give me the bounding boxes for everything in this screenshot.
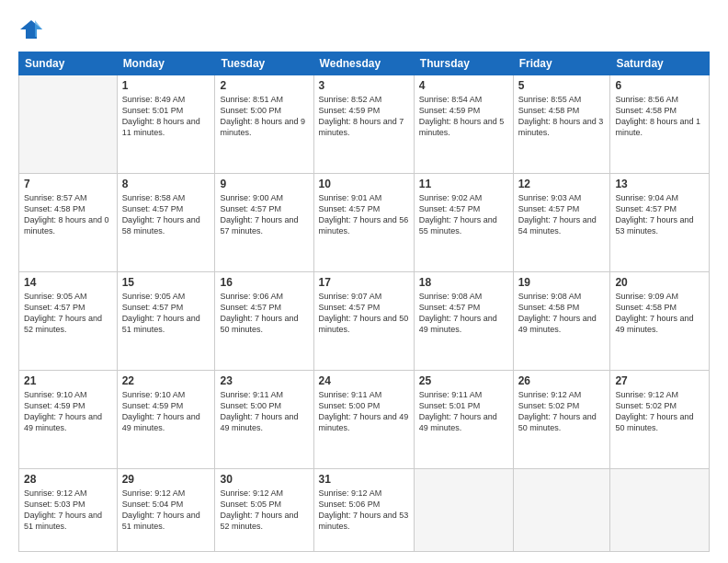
day-number: 15 — [122, 276, 210, 289]
day-number: 31 — [319, 473, 409, 486]
day-number: 10 — [319, 178, 409, 190]
calendar-cell: 24Sunrise: 9:11 AM Sunset: 5:00 PM Dayli… — [313, 371, 414, 469]
calendar-cell: 13Sunrise: 9:04 AM Sunset: 4:57 PM Dayli… — [610, 174, 710, 272]
day-info: Sunrise: 9:12 AM Sunset: 5:04 PM Dayligh… — [122, 488, 210, 533]
day-info: Sunrise: 8:51 AM Sunset: 5:00 PM Dayligh… — [220, 94, 308, 139]
calendar-cell — [414, 469, 513, 552]
day-info: Sunrise: 9:10 AM Sunset: 4:59 PM Dayligh… — [24, 389, 112, 434]
day-info: Sunrise: 9:12 AM Sunset: 5:02 PM Dayligh… — [615, 389, 704, 434]
day-info: Sunrise: 9:05 AM Sunset: 4:57 PM Dayligh… — [24, 291, 112, 336]
day-info: Sunrise: 9:12 AM Sunset: 5:03 PM Dayligh… — [24, 488, 112, 533]
day-of-week-header: Tuesday — [215, 52, 313, 75]
svg-marker-1 — [35, 20, 42, 37]
day-number: 26 — [518, 374, 606, 387]
day-of-week-header: Wednesday — [313, 52, 414, 75]
day-number: 28 — [24, 473, 112, 486]
week-row: 7Sunrise: 8:57 AM Sunset: 4:58 PM Daylig… — [19, 174, 710, 272]
week-row: 14Sunrise: 9:05 AM Sunset: 4:57 PM Dayli… — [19, 272, 710, 371]
day-number: 11 — [419, 178, 508, 190]
day-number: 13 — [615, 178, 704, 190]
day-number: 20 — [615, 276, 704, 289]
day-number: 14 — [24, 276, 112, 289]
day-of-week-header: Saturday — [610, 52, 710, 75]
day-info: Sunrise: 9:12 AM Sunset: 5:02 PM Dayligh… — [518, 389, 606, 434]
week-row: 28Sunrise: 9:12 AM Sunset: 5:03 PM Dayli… — [19, 469, 710, 552]
day-info: Sunrise: 8:54 AM Sunset: 4:59 PM Dayligh… — [419, 94, 508, 139]
day-number: 21 — [24, 374, 112, 387]
calendar-table: SundayMondayTuesdayWednesdayThursdayFrid… — [18, 52, 710, 552]
day-of-week-header: Sunday — [19, 52, 118, 75]
day-info: Sunrise: 9:11 AM Sunset: 5:01 PM Dayligh… — [419, 389, 508, 434]
day-info: Sunrise: 8:56 AM Sunset: 4:58 PM Dayligh… — [615, 94, 704, 139]
calendar-cell: 22Sunrise: 9:10 AM Sunset: 4:59 PM Dayli… — [117, 371, 215, 469]
day-of-week-header: Friday — [513, 52, 610, 75]
calendar-cell: 11Sunrise: 9:02 AM Sunset: 4:57 PM Dayli… — [414, 174, 513, 272]
day-number: 16 — [220, 276, 308, 289]
day-number: 19 — [518, 276, 606, 289]
day-info: Sunrise: 9:09 AM Sunset: 4:58 PM Dayligh… — [615, 291, 704, 336]
day-number: 8 — [122, 178, 210, 190]
day-number: 18 — [419, 276, 508, 289]
day-number: 1 — [122, 79, 210, 92]
calendar-cell: 18Sunrise: 9:08 AM Sunset: 4:57 PM Dayli… — [414, 272, 513, 371]
calendar-cell: 5Sunrise: 8:55 AM Sunset: 4:58 PM Daylig… — [513, 75, 610, 174]
calendar-cell: 8Sunrise: 8:58 AM Sunset: 4:57 PM Daylig… — [117, 174, 215, 272]
day-info: Sunrise: 9:08 AM Sunset: 4:58 PM Dayligh… — [518, 291, 606, 336]
day-info: Sunrise: 9:01 AM Sunset: 4:57 PM Dayligh… — [319, 192, 409, 237]
day-info: Sunrise: 9:02 AM Sunset: 4:57 PM Dayligh… — [419, 192, 508, 237]
day-info: Sunrise: 8:52 AM Sunset: 4:59 PM Dayligh… — [319, 94, 409, 139]
day-number: 5 — [518, 79, 606, 92]
calendar-cell: 17Sunrise: 9:07 AM Sunset: 4:57 PM Dayli… — [313, 272, 414, 371]
calendar-cell: 27Sunrise: 9:12 AM Sunset: 5:02 PM Dayli… — [610, 371, 710, 469]
day-number: 25 — [419, 374, 508, 387]
day-info: Sunrise: 9:04 AM Sunset: 4:57 PM Dayligh… — [615, 192, 704, 237]
day-number: 23 — [220, 374, 308, 387]
calendar-cell: 1Sunrise: 8:49 AM Sunset: 5:01 PM Daylig… — [117, 75, 215, 174]
calendar-cell: 7Sunrise: 8:57 AM Sunset: 4:58 PM Daylig… — [19, 174, 118, 272]
day-number: 12 — [518, 178, 606, 190]
header — [18, 17, 710, 42]
day-number: 4 — [419, 79, 508, 92]
calendar-cell: 26Sunrise: 9:12 AM Sunset: 5:02 PM Dayli… — [513, 371, 610, 469]
calendar-cell — [513, 469, 610, 552]
day-number: 9 — [220, 178, 308, 190]
calendar-cell: 4Sunrise: 8:54 AM Sunset: 4:59 PM Daylig… — [414, 75, 513, 174]
calendar-cell: 9Sunrise: 9:00 AM Sunset: 4:57 PM Daylig… — [215, 174, 313, 272]
day-number: 27 — [615, 374, 704, 387]
day-info: Sunrise: 9:07 AM Sunset: 4:57 PM Dayligh… — [319, 291, 409, 336]
calendar-cell: 14Sunrise: 9:05 AM Sunset: 4:57 PM Dayli… — [19, 272, 118, 371]
day-of-week-header: Thursday — [414, 52, 513, 75]
logo — [18, 17, 48, 42]
day-info: Sunrise: 9:03 AM Sunset: 4:57 PM Dayligh… — [518, 192, 606, 237]
day-number: 17 — [319, 276, 409, 289]
calendar-cell: 6Sunrise: 8:56 AM Sunset: 4:58 PM Daylig… — [610, 75, 710, 174]
day-info: Sunrise: 9:11 AM Sunset: 5:00 PM Dayligh… — [319, 389, 409, 434]
day-number: 7 — [24, 178, 112, 190]
header-row: SundayMondayTuesdayWednesdayThursdayFrid… — [19, 52, 710, 75]
calendar-cell: 29Sunrise: 9:12 AM Sunset: 5:04 PM Dayli… — [117, 469, 215, 552]
calendar-cell: 20Sunrise: 9:09 AM Sunset: 4:58 PM Dayli… — [610, 272, 710, 371]
calendar-cell: 30Sunrise: 9:12 AM Sunset: 5:05 PM Dayli… — [215, 469, 313, 552]
day-info: Sunrise: 9:12 AM Sunset: 5:06 PM Dayligh… — [319, 488, 409, 533]
week-row: 21Sunrise: 9:10 AM Sunset: 4:59 PM Dayli… — [19, 371, 710, 469]
day-info: Sunrise: 9:08 AM Sunset: 4:57 PM Dayligh… — [419, 291, 508, 336]
calendar-cell: 10Sunrise: 9:01 AM Sunset: 4:57 PM Dayli… — [313, 174, 414, 272]
day-number: 29 — [122, 473, 210, 486]
day-of-week-header: Monday — [117, 52, 215, 75]
day-info: Sunrise: 9:00 AM Sunset: 4:57 PM Dayligh… — [220, 192, 308, 237]
day-info: Sunrise: 8:58 AM Sunset: 4:57 PM Dayligh… — [122, 192, 210, 237]
day-info: Sunrise: 9:12 AM Sunset: 5:05 PM Dayligh… — [220, 488, 308, 533]
calendar-cell: 23Sunrise: 9:11 AM Sunset: 5:00 PM Dayli… — [215, 371, 313, 469]
day-number: 30 — [220, 473, 308, 486]
page: SundayMondayTuesdayWednesdayThursdayFrid… — [0, 0, 728, 563]
day-info: Sunrise: 8:55 AM Sunset: 4:58 PM Dayligh… — [518, 94, 606, 139]
calendar-cell: 25Sunrise: 9:11 AM Sunset: 5:01 PM Dayli… — [414, 371, 513, 469]
calendar-cell: 2Sunrise: 8:51 AM Sunset: 5:00 PM Daylig… — [215, 75, 313, 174]
calendar-cell: 19Sunrise: 9:08 AM Sunset: 4:58 PM Dayli… — [513, 272, 610, 371]
calendar-cell: 16Sunrise: 9:06 AM Sunset: 4:57 PM Dayli… — [215, 272, 313, 371]
day-info: Sunrise: 9:05 AM Sunset: 4:57 PM Dayligh… — [122, 291, 210, 336]
day-number: 3 — [319, 79, 409, 92]
calendar-cell: 12Sunrise: 9:03 AM Sunset: 4:57 PM Dayli… — [513, 174, 610, 272]
day-number: 24 — [319, 374, 409, 387]
calendar-cell: 31Sunrise: 9:12 AM Sunset: 5:06 PM Dayli… — [313, 469, 414, 552]
